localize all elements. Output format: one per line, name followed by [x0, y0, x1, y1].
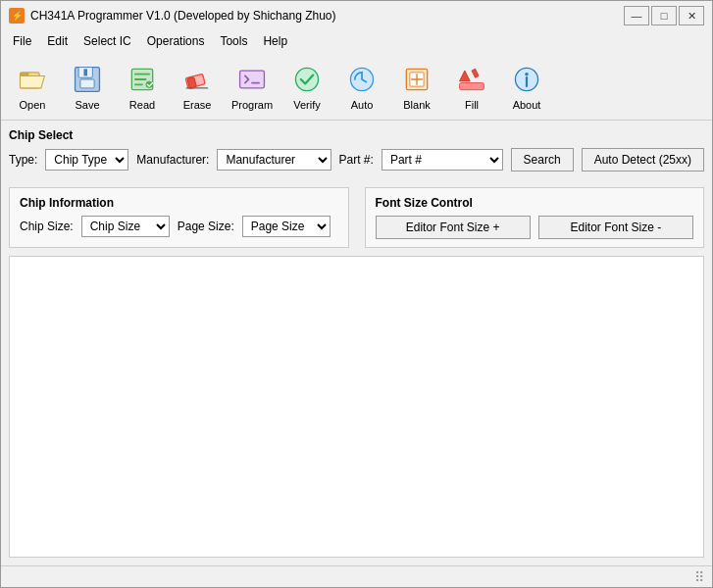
info-row: Chip Information Chip Size: Chip Size Pa…: [9, 187, 704, 248]
toolbar-blank-button[interactable]: Blank: [391, 57, 442, 116]
svg-point-17: [525, 72, 529, 75]
chip-select-title: Chip Select: [9, 128, 704, 142]
font-decrease-button[interactable]: Editor Font Size -: [538, 216, 693, 239]
main-content: Chip Select Type: Chip Type Manufacturer…: [1, 121, 712, 565]
blank-icon: [399, 62, 434, 97]
menu-help[interactable]: Help: [255, 32, 295, 50]
resize-grip: ⠿: [694, 569, 704, 585]
window-controls: — □ ✕: [624, 6, 704, 25]
maximize-button[interactable]: □: [651, 6, 677, 25]
chip-size-select[interactable]: Chip Size: [81, 216, 170, 237]
part-label: Part #:: [339, 153, 374, 167]
toolbar-auto-button[interactable]: Auto: [336, 57, 387, 116]
app-icon: ⚡: [9, 8, 25, 24]
font-size-title: Font Size Control: [376, 196, 694, 210]
blank-label: Blank: [403, 99, 431, 111]
type-label: Type:: [9, 153, 37, 167]
save-label: Save: [75, 99, 99, 111]
program-label: Program: [231, 99, 273, 111]
verify-icon: [289, 62, 325, 97]
chip-info-box: Chip Information Chip Size: Chip Size Pa…: [9, 187, 349, 248]
part-select[interactable]: Part #: [382, 149, 503, 171]
open-icon: [15, 62, 50, 97]
menu-tools[interactable]: Tools: [212, 32, 255, 50]
read-label: Read: [129, 99, 155, 111]
auto-label: Auto: [351, 99, 374, 111]
about-icon: [509, 62, 544, 97]
font-size-box: Font Size Control Editor Font Size + Edi…: [365, 187, 705, 248]
main-window: ⚡ CH341A Programmer V1.0 (Developed by S…: [0, 0, 713, 588]
menu-edit[interactable]: Edit: [39, 32, 76, 50]
font-increase-button[interactable]: Editor Font Size +: [376, 216, 531, 239]
menu-bar: File Edit Select IC Operations Tools Hel…: [1, 30, 712, 52]
chip-select-row: Type: Chip Type Manufacturer: Manufactur…: [9, 148, 704, 172]
close-button[interactable]: ✕: [679, 6, 704, 25]
minimize-button[interactable]: —: [624, 6, 649, 25]
status-bar: ⠿: [1, 565, 712, 587]
toolbar-open-button[interactable]: Open: [7, 57, 58, 116]
window-title: CH341A Programmer V1.0 (Developed by Shi…: [30, 9, 336, 23]
chip-select-section: Chip Select Type: Chip Type Manufacturer…: [9, 128, 704, 179]
save-icon: [70, 62, 105, 97]
svg-rect-1: [21, 72, 29, 75]
manufacturer-label: Manufacturer:: [136, 153, 209, 167]
search-button[interactable]: Search: [511, 148, 574, 172]
title-bar-left: ⚡ CH341A Programmer V1.0 (Developed by S…: [9, 8, 336, 24]
read-icon: [125, 62, 160, 97]
content-area: [9, 256, 704, 558]
page-size-label: Page Size:: [178, 220, 234, 233]
about-label: About: [513, 99, 541, 111]
auto-icon: [344, 62, 380, 97]
open-label: Open: [20, 99, 46, 111]
svg-rect-4: [80, 79, 94, 88]
font-btns-row: Editor Font Size + Editor Font Size -: [376, 216, 694, 239]
autodetect-button[interactable]: Auto Detect (25xx): [582, 148, 704, 172]
type-select[interactable]: Chip Type: [45, 149, 128, 171]
toolbar-verify-button[interactable]: Verify: [281, 57, 332, 116]
toolbar-erase-button[interactable]: Erase: [172, 57, 223, 116]
toolbar: Open Save: [1, 52, 712, 121]
chip-size-label: Chip Size:: [20, 220, 74, 233]
chip-size-row: Chip Size: Chip Size Page Size: Page Siz…: [20, 216, 338, 237]
page-size-select[interactable]: Page Size: [242, 216, 331, 237]
fill-icon: [454, 62, 489, 97]
toolbar-about-button[interactable]: About: [501, 57, 552, 116]
title-bar: ⚡ CH341A Programmer V1.0 (Developed by S…: [1, 1, 712, 30]
program-icon: [234, 62, 270, 97]
svg-rect-10: [240, 71, 265, 88]
svg-rect-5: [83, 69, 87, 75]
menu-operations[interactable]: Operations: [139, 32, 213, 50]
erase-icon: [179, 62, 215, 97]
toolbar-program-button[interactable]: Program: [227, 57, 278, 116]
menu-select-ic[interactable]: Select IC: [76, 32, 139, 50]
toolbar-fill-button[interactable]: Fill: [446, 57, 497, 116]
erase-label: Erase: [183, 99, 212, 111]
manufacturer-select[interactable]: Manufacturer: [217, 149, 331, 171]
chip-info-title: Chip Information: [20, 196, 338, 210]
toolbar-read-button[interactable]: Read: [117, 57, 168, 116]
verify-label: Verify: [293, 99, 321, 111]
svg-point-11: [295, 68, 318, 90]
fill-label: Fill: [465, 99, 479, 111]
menu-file[interactable]: File: [5, 32, 39, 50]
toolbar-save-button[interactable]: Save: [62, 57, 113, 116]
svg-rect-15: [460, 82, 484, 89]
